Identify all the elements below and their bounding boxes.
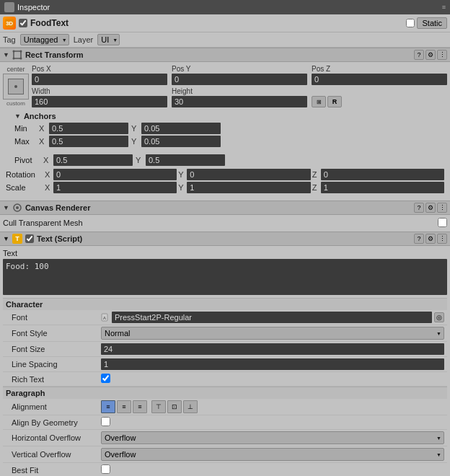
best-fit-value: [101, 464, 444, 475]
pivot-y-input[interactable]: [146, 154, 225, 166]
anchor-min-x-input[interactable]: [49, 123, 128, 134]
align-left-btn[interactable]: ≡: [101, 400, 115, 413]
align-by-geometry-label: Align By Geometry: [12, 418, 98, 427]
canvas-renderer-body: Cull Transparent Mesh: [0, 215, 450, 232]
anchor-min-y-input[interactable]: [141, 123, 221, 134]
svg-text:3D: 3D: [6, 20, 13, 27]
scale-z-input[interactable]: [321, 182, 444, 193]
rich-text-label: Rich Text: [12, 375, 98, 384]
rot-y-input[interactable]: [187, 169, 310, 180]
cr-info-btn[interactable]: ?: [414, 203, 424, 213]
rot-z-letter: Z: [312, 170, 319, 179]
vertical-overflow-dropdown[interactable]: Overflow: [101, 448, 444, 461]
text-script-checkbox[interactable]: [25, 234, 34, 243]
anchor-min-x-letter: X: [39, 124, 46, 133]
svg-rect-2: [14, 51, 21, 58]
rot-z-input[interactable]: [321, 169, 444, 180]
tag-dropdown[interactable]: Untagged: [20, 34, 69, 45]
best-fit-row: Best Fit: [3, 463, 447, 476]
pos-y-label: Pos Y: [172, 65, 307, 73]
anchor-selector[interactable]: center custom: [3, 66, 29, 107]
best-fit-checkbox[interactable]: [101, 464, 110, 474]
line-spacing-input[interactable]: [101, 358, 444, 370]
static-checkbox[interactable]: [406, 19, 415, 27]
svg-point-3: [12, 50, 14, 53]
alignment-value: ≡ ≡ ≡ ⊤ ⊡ ⊥: [101, 400, 444, 413]
object-active-checkbox[interactable]: [19, 19, 27, 27]
cull-transparent-checkbox[interactable]: [438, 218, 447, 227]
height-group: Height: [172, 87, 307, 107]
pos-z-group: Pos Z: [312, 65, 447, 85]
rt-top-row: center custom Pos X Pos Y: [3, 65, 447, 107]
rt-info-btn[interactable]: ?: [414, 50, 424, 60]
anchor-max-x-input[interactable]: [49, 136, 128, 147]
character-header: Character: [3, 298, 447, 310]
rt-more-btn[interactable]: ⋮: [437, 50, 447, 60]
text-input-area[interactable]: Food: 100: [3, 259, 447, 295]
svg-point-8: [16, 206, 19, 209]
font-select-btn[interactable]: ◎: [434, 312, 444, 322]
cr-settings-btn[interactable]: ⚙: [425, 203, 436, 213]
pos-y-input[interactable]: [172, 74, 307, 85]
pos-z-input[interactable]: [312, 74, 447, 85]
align-top-btn[interactable]: ⊤: [151, 400, 166, 413]
anchor-max-x-letter: X: [39, 137, 46, 146]
height-input[interactable]: [172, 96, 307, 107]
align-by-geometry-row: Align By Geometry: [3, 415, 447, 430]
align-right-btn[interactable]: ≡: [133, 400, 147, 413]
anchor-min-label: Min: [14, 124, 36, 133]
width-input[interactable]: [32, 96, 167, 107]
rich-text-checkbox[interactable]: [101, 374, 110, 383]
rect-transform-header[interactable]: ▼ Rect Transform ? ⚙ ⋮: [0, 48, 450, 62]
font-style-value: Normal: [101, 327, 444, 340]
ts-more-btn[interactable]: ⋮: [437, 234, 447, 244]
wh-row: Width Height ⊞ R: [32, 87, 447, 107]
align-middle-btn[interactable]: ⊡: [167, 400, 182, 413]
text-script-arrow: ▼: [3, 235, 9, 242]
rect-transform-body: center custom Pos X Pos Y: [0, 62, 450, 200]
width-label: Width: [32, 87, 167, 95]
font-size-input[interactable]: [101, 343, 444, 355]
anchor-max-y-input[interactable]: [141, 136, 221, 147]
canvas-renderer-header[interactable]: ▼ Canvas Renderer ? ⚙ ⋮: [0, 200, 450, 215]
horizontal-overflow-dropdown[interactable]: Overflow: [101, 431, 444, 444]
ts-settings-btn[interactable]: ⚙: [425, 234, 436, 244]
cr-more-btn[interactable]: ⋮: [437, 203, 447, 213]
line-spacing-row: Line Spacing: [3, 357, 447, 372]
scale-y-input[interactable]: [187, 182, 310, 193]
anchor-max-label: Max: [14, 137, 36, 146]
pos-x-input[interactable]: [32, 74, 167, 85]
font-style-dropdown[interactable]: Normal: [101, 327, 444, 340]
canvas-renderer-actions: ? ⚙ ⋮: [414, 203, 447, 213]
anchor-box[interactable]: [3, 74, 29, 100]
blueprint-btn[interactable]: ⊞: [312, 96, 326, 107]
center-label: center: [6, 66, 25, 73]
scale-x-input[interactable]: [53, 182, 177, 193]
horizontal-overflow-row: Horizontal Overflow Overflow: [3, 430, 447, 446]
ts-info-btn[interactable]: ?: [414, 234, 424, 244]
pivot-x-input[interactable]: [53, 154, 133, 166]
anchor-max-row: Max X Y: [14, 136, 444, 147]
rt-settings-btn[interactable]: ⚙: [425, 50, 436, 60]
pivot-row: Pivot X Y: [3, 154, 447, 166]
title-bar-options: ≡: [442, 4, 446, 11]
alignment-buttons: ≡ ≡ ≡ ⊤ ⊡ ⊥: [101, 400, 444, 413]
font-style-label: Font Style: [12, 329, 98, 338]
align-bottom-btn[interactable]: ⊥: [183, 400, 198, 413]
tag-layer-row: Tag Untagged Layer UI: [0, 32, 450, 48]
align-center-btn[interactable]: ≡: [117, 400, 131, 413]
text-script-header[interactable]: ▼ T Text (Script) ? ⚙ ⋮: [0, 232, 450, 246]
pivot-y-letter: Y: [136, 156, 143, 164]
pos-y-group: Pos Y: [172, 65, 307, 85]
align-by-geometry-checkbox[interactable]: [101, 417, 110, 426]
static-button[interactable]: Static: [417, 17, 447, 29]
rotation-label: Rotation: [6, 170, 42, 179]
r-btn[interactable]: R: [327, 96, 342, 107]
font-style-row: Font Style Normal: [3, 325, 447, 342]
svg-point-5: [12, 58, 14, 60]
scale-x-letter: X: [45, 183, 52, 192]
font-input: PressStart2P-Regular: [112, 312, 432, 323]
layer-dropdown[interactable]: UI: [97, 34, 120, 45]
pivot-x-letter: X: [43, 156, 50, 164]
rot-x-input[interactable]: [53, 169, 177, 180]
